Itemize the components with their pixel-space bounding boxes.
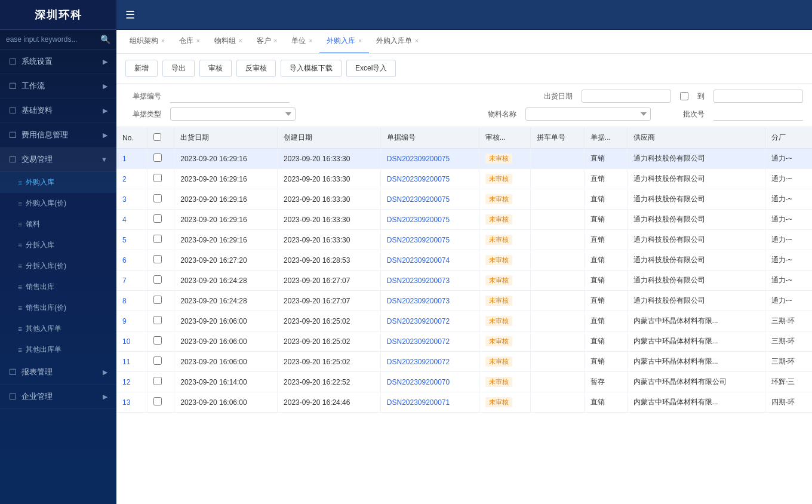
- tab-close-icon[interactable]: ×: [415, 38, 419, 44]
- cell-doc-no[interactable]: DSN202309200075: [380, 169, 479, 189]
- cell-doc-no[interactable]: DSN202309200070: [380, 372, 479, 392]
- cell-doc-no[interactable]: DSN202309200075: [380, 149, 479, 169]
- row-checkbox[interactable]: [153, 174, 162, 182]
- sidebar-item-basic[interactable]: ☐ 基础资料 ▶: [0, 99, 116, 123]
- unreview-button[interactable]: 反审核: [236, 60, 276, 77]
- cell-doc-no[interactable]: DSN202309200073: [380, 291, 479, 311]
- tab-unit[interactable]: 单位 ×: [284, 30, 319, 54]
- row-checkbox[interactable]: [153, 235, 162, 243]
- tab-material-group[interactable]: 物料组 ×: [207, 30, 250, 54]
- cell-doc-no[interactable]: DSN202309200073: [380, 271, 479, 291]
- select-all-checkbox[interactable]: [153, 133, 161, 141]
- tab-close-icon[interactable]: ×: [274, 38, 278, 44]
- cell-doc-no[interactable]: DSN202309200072: [380, 311, 479, 331]
- cell-no[interactable]: 6: [116, 250, 147, 271]
- cell-create-date: 2023-09-20 16:25:02: [278, 311, 381, 331]
- sidebar-sub-item-label: 销售出库(价): [26, 303, 66, 313]
- cell-doc-no[interactable]: DSN202309200075: [380, 230, 479, 250]
- tab-org[interactable]: 组织架构 ×: [122, 30, 172, 54]
- cell-no[interactable]: 11: [116, 352, 147, 372]
- row-checkbox[interactable]: [153, 296, 162, 304]
- cell-no[interactable]: 12: [116, 372, 147, 392]
- sub-item-icon: ≡: [18, 346, 22, 354]
- cell-branch: 通力-~: [765, 210, 812, 230]
- cell-review-status: 未审核: [479, 271, 530, 291]
- row-checkbox[interactable]: [153, 336, 162, 345]
- tab-warehouse[interactable]: 仓库 ×: [172, 30, 207, 54]
- row-checkbox[interactable]: [153, 275, 162, 284]
- tab-customer[interactable]: 客户 ×: [250, 30, 285, 54]
- sidebar-item-split-in-price[interactable]: ≡ 分拆入库(价): [0, 256, 116, 276]
- sidebar-item-other-out[interactable]: ≡ 其他出库单: [0, 339, 116, 360]
- cell-delivery-date: 2023-09-20 16:24:28: [174, 271, 278, 291]
- cell-no[interactable]: 4: [116, 210, 147, 230]
- cell-doc-no[interactable]: DSN202309200074: [380, 250, 479, 271]
- cell-car-no: [530, 189, 584, 210]
- tab-label: 组织架构: [130, 36, 158, 46]
- sidebar-item-purchase-in-price[interactable]: ≡ 外购入库(价): [0, 193, 116, 214]
- cell-car-no: [530, 210, 584, 230]
- doc-no-input[interactable]: [170, 90, 290, 103]
- material-name-select[interactable]: 物料A: [525, 107, 651, 121]
- tab-close-icon[interactable]: ×: [358, 38, 362, 44]
- cell-doc-no[interactable]: DSN202309200075: [380, 210, 479, 230]
- menu-toggle-icon[interactable]: ☰: [125, 8, 135, 21]
- sidebar-item-split-in[interactable]: ≡ 分拆入库: [0, 235, 116, 256]
- batch-no-input[interactable]: [713, 108, 803, 121]
- sidebar-item-sale-out-price[interactable]: ≡ 销售出库(价): [0, 297, 116, 318]
- sidebar-item-report[interactable]: ☐ 报表管理 ▶: [0, 360, 116, 385]
- filter-area: 单据编号 出货日期 到 单据类型 类型A 类型B 物料名称: [116, 84, 812, 127]
- sidebar-item-enterprise[interactable]: ☐ 企业管理 ▶: [0, 385, 116, 409]
- tab-purchase-in[interactable]: 外购入库 ×: [319, 30, 369, 54]
- row-checkbox[interactable]: [153, 194, 162, 202]
- cell-no[interactable]: 9: [116, 311, 147, 331]
- row-checkbox[interactable]: [153, 377, 162, 385]
- tab-purchase-in-single[interactable]: 外购入库单 ×: [369, 30, 426, 54]
- cell-doc-no[interactable]: DSN202309200072: [380, 352, 479, 372]
- row-checkbox[interactable]: [153, 397, 162, 405]
- import-template-button[interactable]: 导入模板下载: [281, 60, 342, 77]
- delivery-date-to-input[interactable]: [713, 90, 803, 103]
- doc-type-select[interactable]: 类型A 类型B: [170, 107, 296, 121]
- table-header-row: No. 出货日期 创建日期 单据编号 审核... 拼车单号 单据... 供应商 …: [116, 127, 812, 149]
- cell-no[interactable]: 13: [116, 392, 147, 413]
- export-button[interactable]: 导出: [162, 60, 195, 77]
- sidebar-item-sale-out[interactable]: ≡ 销售出库: [0, 276, 116, 297]
- cell-supplier: 通力科技股份有限公司: [627, 189, 765, 210]
- row-checkbox[interactable]: [153, 357, 162, 365]
- cell-doc-no[interactable]: DSN202309200071: [380, 392, 479, 413]
- sidebar-item-fee[interactable]: ☐ 费用信息管理 ▶: [0, 123, 116, 147]
- cell-doc-no[interactable]: DSN202309200075: [380, 189, 479, 210]
- delivery-date-checkbox[interactable]: [680, 92, 688, 100]
- delivery-date-from-input[interactable]: [582, 90, 671, 103]
- tab-close-icon[interactable]: ×: [309, 38, 312, 44]
- tab-close-icon[interactable]: ×: [196, 38, 200, 44]
- cell-no[interactable]: 2: [116, 169, 147, 189]
- cell-no[interactable]: 8: [116, 291, 147, 311]
- cell-no[interactable]: 1: [116, 149, 147, 169]
- cell-no[interactable]: 3: [116, 189, 147, 210]
- add-button[interactable]: 新增: [125, 60, 158, 77]
- sidebar-item-picking[interactable]: ≡ 领料: [0, 214, 116, 235]
- cell-no[interactable]: 7: [116, 271, 147, 291]
- tab-close-icon[interactable]: ×: [239, 38, 242, 44]
- review-button[interactable]: 审核: [199, 60, 232, 77]
- row-checkbox[interactable]: [153, 316, 162, 324]
- nav-folder-icon: ☐: [9, 392, 17, 401]
- cell-no[interactable]: 10: [116, 331, 147, 352]
- excel-import-button[interactable]: Excel导入: [346, 60, 396, 77]
- row-checkbox[interactable]: [153, 153, 162, 162]
- sidebar-item-purchase-in[interactable]: ≡ 外购入库: [0, 172, 116, 193]
- row-checkbox[interactable]: [153, 255, 162, 263]
- sidebar-item-workflow[interactable]: ☐ 工作流 ▶: [0, 74, 116, 99]
- search-icon[interactable]: 🔍: [100, 35, 110, 44]
- cell-doc-no[interactable]: DSN202309200072: [380, 331, 479, 352]
- cell-no[interactable]: 5: [116, 230, 147, 250]
- tab-close-icon[interactable]: ×: [161, 38, 165, 44]
- sidebar-item-system[interactable]: ☐ 系统设置 ▶: [0, 50, 116, 74]
- row-checkbox[interactable]: [153, 214, 162, 223]
- cell-doc-type: 暂存: [584, 372, 627, 392]
- sidebar-item-other-in[interactable]: ≡ 其他入库单: [0, 318, 116, 339]
- search-input[interactable]: [6, 35, 100, 44]
- sidebar-item-trade[interactable]: ☐ 交易管理 ▼: [0, 147, 116, 172]
